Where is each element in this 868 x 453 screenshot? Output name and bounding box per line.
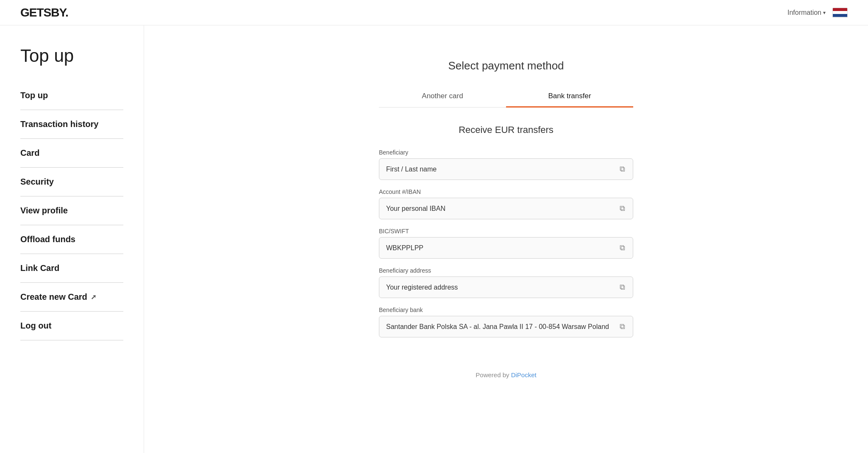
flag-stripe-red [833,8,847,11]
external-link-icon: ➚ [91,293,96,301]
sidebar-item-top-up[interactable]: Top up [20,81,123,110]
sidebar-item-transaction-history[interactable]: Transaction history [20,110,123,139]
nav-label-transaction-history: Transaction history [20,119,99,129]
sidebar-item-offload-funds[interactable]: Offload funds [20,225,123,254]
sidebar-item-log-out[interactable]: Log out [20,312,123,340]
field-label-address: Beneficiary address [379,267,633,274]
field-label-iban: Account #/IBAN [379,188,633,195]
field-group-bic: BIC/SWIFT WBKPPLPP ⧉ [379,228,633,259]
flag-netherlands[interactable] [832,8,848,18]
nav-label-create-new-card: Create new Card [20,292,87,302]
nav-label-link-card: Link Card [20,263,59,273]
flag-stripe-blue [833,14,847,17]
copy-icon-address[interactable]: ⧉ [619,283,626,292]
logo: GETSBY. [20,6,68,19]
nav-label-log-out: Log out [20,321,51,330]
field-value-bank: Santander Bank Polska SA - al. Jana Pawl… [386,323,619,331]
field-value-beneficiary: First / Last name [386,166,619,173]
field-input-wrap-address: Your registered address ⧉ [379,276,633,298]
field-input-wrap-beneficiary: First / Last name ⧉ [379,158,633,180]
field-group-beneficiary: Beneficiary First / Last name ⧉ [379,149,633,180]
tab-another-card[interactable]: Another card [379,86,506,108]
dipocket-link[interactable]: DiPocket [511,371,537,378]
sidebar-item-security[interactable]: Security [20,168,123,196]
field-label-bic: BIC/SWIFT [379,228,633,235]
copy-icon-bank[interactable]: ⧉ [619,322,626,331]
sidebar: Top up Top upTransaction historyCardSecu… [0,25,144,453]
field-group-bank: Beneficiary bank Santander Bank Polska S… [379,307,633,337]
nav-label-view-profile: View profile [20,206,68,215]
sidebar-item-card[interactable]: Card [20,139,123,168]
section-title: Select payment method [448,59,564,72]
nav-label-card: Card [20,148,40,157]
field-input-wrap-bic: WBKPPLPP ⧉ [379,237,633,259]
field-group-address: Beneficiary address Your registered addr… [379,267,633,298]
chevron-down-icon: ▾ [823,10,826,16]
sidebar-nav: Top upTransaction historyCardSecurityVie… [20,81,123,340]
field-value-bic: WBKPPLPP [386,244,619,252]
tab-bank-transfer[interactable]: Bank transfer [506,86,633,108]
main-content: Select payment method Another cardBank t… [144,25,868,453]
copy-icon-iban[interactable]: ⧉ [619,204,626,213]
field-label-bank: Beneficiary bank [379,307,633,313]
nav-label-offload-funds: Offload funds [20,235,75,244]
sidebar-item-create-new-card[interactable]: Create new Card➚ [20,283,123,312]
header-right: Information ▾ [787,8,848,18]
copy-icon-bic[interactable]: ⧉ [619,243,626,252]
payment-method-tabs: Another cardBank transfer [379,86,633,108]
field-input-wrap-iban: Your personal IBAN ⧉ [379,198,633,219]
footer: Powered by DiPocket [476,371,536,378]
header: GETSBY. Information ▾ [0,0,868,25]
sidebar-item-view-profile[interactable]: View profile [20,196,123,225]
footer-text: Powered by [476,371,511,378]
flag-stripe-white [833,11,847,14]
field-group-iban: Account #/IBAN Your personal IBAN ⧉ [379,188,633,219]
sidebar-item-link-card[interactable]: Link Card [20,254,123,283]
info-label: Information [787,9,821,17]
copy-icon-beneficiary[interactable]: ⧉ [619,165,626,174]
nav-label-security: Security [20,177,54,186]
bank-transfer-section: Receive EUR transfers Beneficiary First … [379,124,633,346]
transfer-title: Receive EUR transfers [379,124,633,135]
field-value-iban: Your personal IBAN [386,205,619,213]
page-title: Top up [20,46,123,66]
nav-label-top-up: Top up [20,91,48,100]
layout: Top up Top upTransaction historyCardSecu… [0,25,868,453]
field-value-address: Your registered address [386,284,619,291]
info-dropdown[interactable]: Information ▾ [787,9,826,17]
field-label-beneficiary: Beneficiary [379,149,633,156]
field-input-wrap-bank: Santander Bank Polska SA - al. Jana Pawl… [379,316,633,337]
